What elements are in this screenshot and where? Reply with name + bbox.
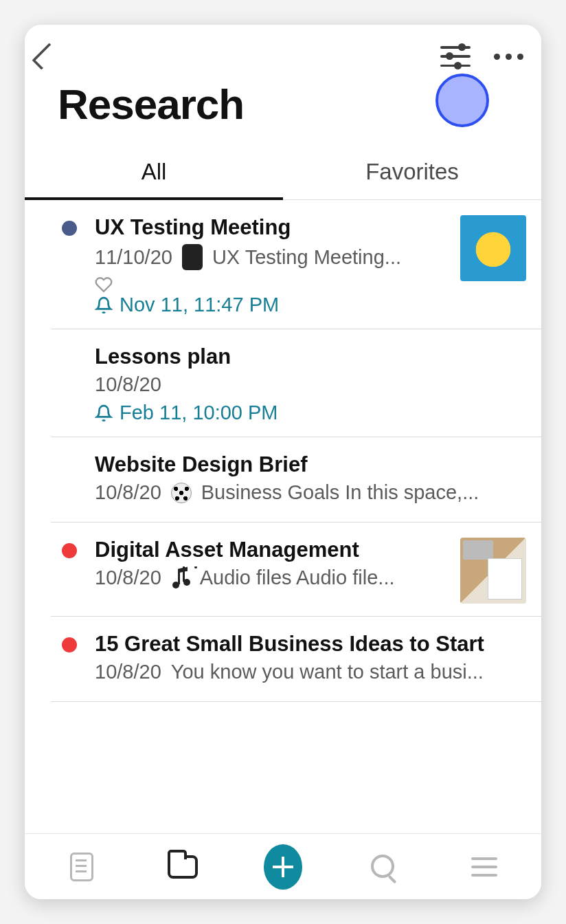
chevron-left-icon — [32, 43, 59, 70]
item-title: Website Design Brief — [95, 452, 532, 477]
list-item[interactable]: Digital Asset Management 10/8/20 Audio f… — [51, 522, 541, 617]
list-item[interactable]: UX Testing Meeting 11/10/20 UX Testing M… — [51, 200, 541, 329]
nav-notes[interactable] — [63, 848, 101, 886]
thumbnail — [460, 215, 532, 316]
item-content: Lessons plan 10/8/20 Feb 11, 10:00 PM — [95, 344, 532, 424]
thumbnail — [460, 538, 532, 604]
plus-circle-icon — [264, 844, 302, 890]
heart-icon — [95, 276, 113, 294]
nav-folders[interactable] — [163, 848, 202, 886]
item-title: UX Testing Meeting — [95, 215, 445, 240]
sliders-icon — [440, 46, 471, 67]
page-title: Research — [58, 80, 244, 129]
nav-search[interactable] — [364, 848, 403, 886]
back-button[interactable] — [38, 44, 52, 69]
more-horizontal-icon — [494, 54, 523, 60]
title-row: Research — [25, 73, 541, 133]
item-title: Digital Asset Management — [95, 538, 445, 562]
watch-icon — [182, 244, 203, 270]
status-dot-icon — [62, 637, 77, 652]
item-excerpt: UX Testing Meeting... — [212, 246, 401, 269]
thumbnail-image — [460, 215, 526, 281]
item-meta: 10/8/20 Business Goals In this space,... — [95, 481, 532, 504]
list-item[interactable]: 15 Great Small Business Ideas to Start 1… — [51, 617, 541, 702]
item-date: 11/10/20 — [95, 246, 172, 269]
item-content: UX Testing Meeting 11/10/20 UX Testing M… — [95, 215, 445, 316]
bell-icon — [95, 404, 113, 422]
more-button[interactable] — [494, 54, 523, 60]
tab-all[interactable]: All — [25, 151, 283, 200]
note-list[interactable]: UX Testing Meeting 11/10/20 UX Testing M… — [25, 200, 541, 833]
nav-menu[interactable] — [465, 848, 503, 886]
status-indicator — [59, 452, 80, 509]
document-icon — [70, 852, 93, 881]
status-dot-icon — [62, 543, 77, 558]
tabs: All Favorites — [25, 151, 541, 200]
reminder[interactable]: Feb 11, 10:00 PM — [95, 402, 532, 424]
soccer-icon — [171, 483, 192, 503]
nav-add[interactable] — [264, 848, 302, 886]
menu-icon — [471, 857, 497, 877]
bottom-nav — [25, 833, 541, 899]
list-item[interactable]: Lessons plan 10/8/20 Feb 11, 10:00 PM — [51, 329, 541, 437]
folder-icon — [168, 855, 198, 879]
item-excerpt: Business Goals In this space,... — [201, 481, 479, 504]
status-indicator — [59, 215, 80, 316]
item-content: Website Design Brief 10/8/20 Business Go… — [95, 452, 532, 509]
item-date: 10/8/20 — [95, 566, 161, 589]
music-icon — [171, 568, 190, 588]
item-meta: 10/8/20 Audio files Audio file... — [95, 566, 445, 589]
app-frame: Research All Favorites UX Testing Meetin… — [25, 25, 541, 899]
touch-indicator[interactable] — [435, 74, 489, 127]
item-meta: 11/10/20 UX Testing Meeting... — [95, 244, 445, 270]
item-date: 10/8/20 — [95, 373, 161, 396]
reminder[interactable]: Nov 11, 11:47 PM — [95, 294, 445, 316]
status-indicator — [59, 344, 80, 424]
filter-button[interactable] — [440, 46, 471, 67]
list-item[interactable]: Website Design Brief 10/8/20 Business Go… — [51, 437, 541, 522]
bell-icon — [95, 296, 113, 314]
item-date: 10/8/20 — [95, 481, 161, 504]
status-indicator — [59, 632, 80, 689]
favorite-toggle[interactable] — [95, 276, 113, 294]
item-meta: 10/8/20 — [95, 373, 532, 396]
top-bar-right — [440, 46, 523, 67]
reminder-text: Feb 11, 10:00 PM — [120, 402, 278, 424]
item-meta: 10/8/20 You know you want to start a bus… — [95, 661, 532, 683]
thumbnail-image — [460, 538, 526, 604]
status-dot-icon — [62, 221, 77, 236]
item-date: 10/8/20 — [95, 661, 161, 683]
item-excerpt: You know you want to start a busi... — [171, 661, 484, 683]
reminder-text: Nov 11, 11:47 PM — [120, 294, 279, 316]
top-bar — [25, 25, 541, 73]
item-excerpt: Audio files Audio file... — [200, 566, 395, 589]
status-indicator — [59, 538, 80, 604]
item-content: 15 Great Small Business Ideas to Start 1… — [95, 632, 532, 689]
search-icon — [371, 855, 396, 879]
item-title: Lessons plan — [95, 344, 532, 369]
item-title: 15 Great Small Business Ideas to Start — [95, 632, 532, 657]
item-content: Digital Asset Management 10/8/20 Audio f… — [95, 538, 445, 604]
tab-favorites[interactable]: Favorites — [283, 151, 541, 200]
